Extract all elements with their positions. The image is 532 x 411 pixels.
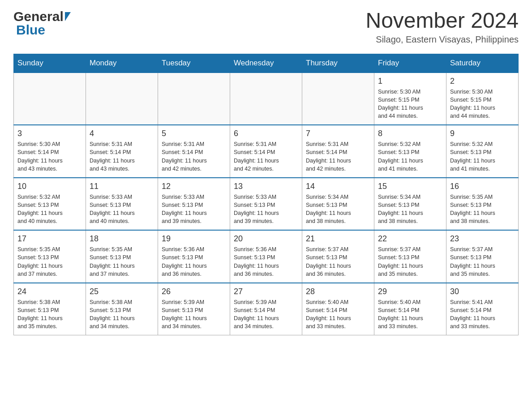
day-info: Sunrise: 5:33 AM Sunset: 5:13 PM Dayligh… (162, 193, 226, 226)
calendar-cell: 20Sunrise: 5:36 AM Sunset: 5:13 PM Dayli… (230, 230, 302, 283)
day-number: 4 (90, 129, 154, 138)
calendar-cell: 6Sunrise: 5:31 AM Sunset: 5:14 PM Daylig… (230, 125, 302, 178)
day-number: 25 (90, 287, 154, 296)
weekday-header-row: SundayMondayTuesdayWednesdayThursdayFrid… (14, 54, 519, 73)
calendar-cell: 23Sunrise: 5:37 AM Sunset: 5:13 PM Dayli… (446, 230, 519, 283)
calendar-cell: 19Sunrise: 5:36 AM Sunset: 5:13 PM Dayli… (158, 230, 230, 283)
day-number: 13 (234, 182, 298, 191)
day-info: Sunrise: 5:32 AM Sunset: 5:13 PM Dayligh… (17, 193, 82, 226)
calendar-cell: 14Sunrise: 5:34 AM Sunset: 5:13 PM Dayli… (302, 178, 374, 231)
day-number: 8 (378, 129, 442, 138)
day-info: Sunrise: 5:31 AM Sunset: 5:14 PM Dayligh… (306, 140, 370, 173)
day-number: 7 (306, 129, 370, 138)
day-info: Sunrise: 5:36 AM Sunset: 5:13 PM Dayligh… (162, 245, 226, 278)
day-number: 9 (450, 129, 515, 138)
day-info: Sunrise: 5:37 AM Sunset: 5:13 PM Dayligh… (378, 245, 442, 278)
weekday-header-sunday: Sunday (14, 54, 86, 73)
calendar-cell: 18Sunrise: 5:35 AM Sunset: 5:13 PM Dayli… (86, 230, 158, 283)
day-info: Sunrise: 5:34 AM Sunset: 5:13 PM Dayligh… (378, 193, 442, 226)
day-number: 3 (17, 129, 82, 138)
day-number: 29 (378, 287, 442, 296)
day-number: 17 (17, 234, 82, 244)
calendar-cell: 11Sunrise: 5:33 AM Sunset: 5:13 PM Dayli… (86, 178, 158, 231)
day-info: Sunrise: 5:40 AM Sunset: 5:14 PM Dayligh… (306, 298, 370, 331)
day-info: Sunrise: 5:31 AM Sunset: 5:14 PM Dayligh… (90, 140, 154, 173)
week-row-1: 1Sunrise: 5:30 AM Sunset: 5:15 PM Daylig… (14, 73, 519, 125)
calendar-cell: 16Sunrise: 5:35 AM Sunset: 5:13 PM Dayli… (446, 178, 519, 231)
weekday-header-thursday: Thursday (302, 54, 374, 73)
calendar-cell: 9Sunrise: 5:32 AM Sunset: 5:13 PM Daylig… (446, 125, 519, 178)
weekday-header-friday: Friday (374, 54, 446, 73)
day-info: Sunrise: 5:36 AM Sunset: 5:13 PM Dayligh… (234, 245, 298, 278)
day-info: Sunrise: 5:31 AM Sunset: 5:14 PM Dayligh… (162, 140, 226, 173)
day-number: 11 (90, 182, 154, 191)
page-header: General Blue November 2024 Silago, Easte… (13, 9, 519, 45)
calendar-cell: 4Sunrise: 5:31 AM Sunset: 5:14 PM Daylig… (86, 125, 158, 178)
day-info: Sunrise: 5:39 AM Sunset: 5:13 PM Dayligh… (162, 298, 226, 331)
calendar-cell (14, 73, 86, 125)
day-number: 14 (306, 182, 370, 191)
calendar-cell: 21Sunrise: 5:37 AM Sunset: 5:13 PM Dayli… (302, 230, 374, 283)
calendar-cell: 29Sunrise: 5:40 AM Sunset: 5:14 PM Dayli… (374, 283, 446, 335)
calendar-cell: 17Sunrise: 5:35 AM Sunset: 5:13 PM Dayli… (14, 230, 86, 283)
day-info: Sunrise: 5:31 AM Sunset: 5:14 PM Dayligh… (234, 140, 298, 173)
day-number: 28 (306, 287, 370, 296)
month-title: November 2024 (365, 9, 519, 33)
calendar-cell (230, 73, 302, 125)
day-number: 1 (378, 77, 442, 86)
logo-triangle-icon (65, 12, 71, 21)
day-info: Sunrise: 5:35 AM Sunset: 5:13 PM Dayligh… (450, 193, 515, 226)
calendar-cell: 12Sunrise: 5:33 AM Sunset: 5:13 PM Dayli… (158, 178, 230, 231)
calendar-cell: 7Sunrise: 5:31 AM Sunset: 5:14 PM Daylig… (302, 125, 374, 178)
day-info: Sunrise: 5:39 AM Sunset: 5:14 PM Dayligh… (234, 298, 298, 331)
weekday-header-tuesday: Tuesday (158, 54, 230, 73)
day-info: Sunrise: 5:35 AM Sunset: 5:13 PM Dayligh… (17, 245, 82, 278)
day-info: Sunrise: 5:37 AM Sunset: 5:13 PM Dayligh… (450, 245, 515, 278)
week-row-5: 24Sunrise: 5:38 AM Sunset: 5:13 PM Dayli… (14, 283, 519, 335)
calendar-cell: 5Sunrise: 5:31 AM Sunset: 5:14 PM Daylig… (158, 125, 230, 178)
day-number: 20 (234, 234, 298, 244)
calendar-table: SundayMondayTuesdayWednesdayThursdayFrid… (13, 54, 519, 336)
day-info: Sunrise: 5:35 AM Sunset: 5:13 PM Dayligh… (90, 245, 154, 278)
day-info: Sunrise: 5:32 AM Sunset: 5:13 PM Dayligh… (450, 140, 515, 173)
weekday-header-monday: Monday (86, 54, 158, 73)
calendar-cell (158, 73, 230, 125)
calendar-cell: 10Sunrise: 5:32 AM Sunset: 5:13 PM Dayli… (14, 178, 86, 231)
day-number: 6 (234, 129, 298, 138)
day-number: 24 (17, 287, 82, 296)
day-number: 2 (450, 77, 515, 86)
day-info: Sunrise: 5:32 AM Sunset: 5:13 PM Dayligh… (378, 140, 442, 173)
day-info: Sunrise: 5:38 AM Sunset: 5:13 PM Dayligh… (17, 298, 82, 331)
calendar-cell (302, 73, 374, 125)
week-row-2: 3Sunrise: 5:30 AM Sunset: 5:14 PM Daylig… (14, 125, 519, 178)
day-number: 19 (162, 234, 226, 244)
day-info: Sunrise: 5:40 AM Sunset: 5:14 PM Dayligh… (378, 298, 442, 331)
day-info: Sunrise: 5:38 AM Sunset: 5:13 PM Dayligh… (90, 298, 154, 331)
calendar-cell: 28Sunrise: 5:40 AM Sunset: 5:14 PM Dayli… (302, 283, 374, 335)
logo: General Blue (13, 9, 71, 38)
calendar-cell: 2Sunrise: 5:30 AM Sunset: 5:15 PM Daylig… (446, 73, 519, 125)
day-number: 23 (450, 234, 515, 244)
calendar-cell: 15Sunrise: 5:34 AM Sunset: 5:13 PM Dayli… (374, 178, 446, 231)
day-info: Sunrise: 5:37 AM Sunset: 5:13 PM Dayligh… (306, 245, 370, 278)
title-section: November 2024 Silago, Eastern Visayas, P… (365, 9, 519, 45)
calendar-cell: 30Sunrise: 5:41 AM Sunset: 5:14 PM Dayli… (446, 283, 519, 335)
day-number: 22 (378, 234, 442, 244)
day-info: Sunrise: 5:34 AM Sunset: 5:13 PM Dayligh… (306, 193, 370, 226)
day-info: Sunrise: 5:30 AM Sunset: 5:15 PM Dayligh… (378, 88, 442, 120)
calendar-cell: 27Sunrise: 5:39 AM Sunset: 5:14 PM Dayli… (230, 283, 302, 335)
calendar-cell: 22Sunrise: 5:37 AM Sunset: 5:13 PM Dayli… (374, 230, 446, 283)
day-number: 18 (90, 234, 154, 244)
day-number: 30 (450, 287, 515, 296)
day-number: 10 (17, 182, 82, 191)
calendar-cell: 3Sunrise: 5:30 AM Sunset: 5:14 PM Daylig… (14, 125, 86, 178)
day-number: 27 (234, 287, 298, 296)
day-number: 15 (378, 182, 442, 191)
day-info: Sunrise: 5:41 AM Sunset: 5:14 PM Dayligh… (450, 298, 515, 331)
week-row-4: 17Sunrise: 5:35 AM Sunset: 5:13 PM Dayli… (14, 230, 519, 283)
calendar-cell: 13Sunrise: 5:33 AM Sunset: 5:13 PM Dayli… (230, 178, 302, 231)
day-info: Sunrise: 5:33 AM Sunset: 5:13 PM Dayligh… (90, 193, 154, 226)
day-number: 21 (306, 234, 370, 244)
day-info: Sunrise: 5:33 AM Sunset: 5:13 PM Dayligh… (234, 193, 298, 226)
location-subtitle: Silago, Eastern Visayas, Philippines (365, 34, 519, 45)
